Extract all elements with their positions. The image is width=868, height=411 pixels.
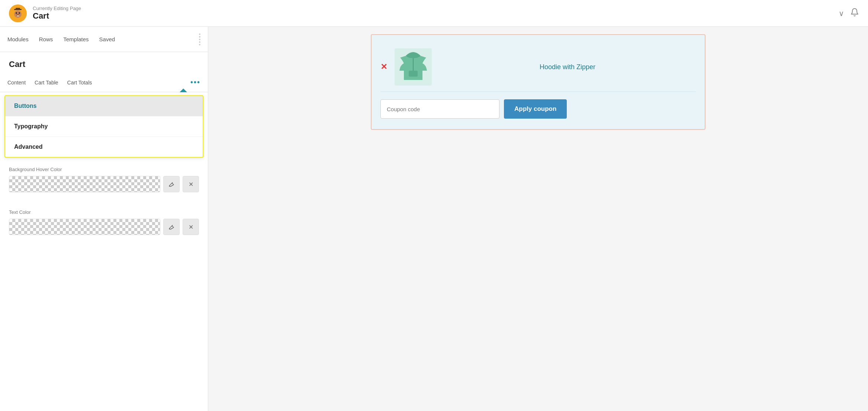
dropdown-item-buttons[interactable]: Buttons	[5, 96, 203, 116]
tab-active-indicator	[180, 89, 187, 92]
more-tabs-button[interactable]: •••	[190, 78, 200, 87]
apply-coupon-button[interactable]: Apply coupon	[504, 99, 567, 119]
page-preview: ✕	[208, 27, 868, 411]
svg-rect-7	[17, 15, 18, 16]
tab-saved[interactable]: Saved	[99, 35, 115, 44]
svg-point-9	[169, 186, 170, 187]
header: Currently Editing Page Cart ∨	[0, 0, 868, 27]
svg-point-4	[16, 12, 17, 14]
text-color-picker-row: ✕	[9, 219, 199, 235]
header-subtitle: Currently Editing Page	[33, 6, 827, 11]
svg-rect-8	[18, 15, 19, 16]
panel-drag-handle[interactable]	[199, 33, 200, 45]
text-color-label: Text Color	[9, 209, 199, 215]
svg-rect-2	[16, 8, 20, 10]
svg-rect-12	[409, 71, 418, 77]
header-title-group: Currently Editing Page Cart	[33, 6, 827, 21]
bg-hover-color-section: Background Hover Color ✕	[0, 161, 208, 203]
text-color-section: Text Color ✕	[0, 203, 208, 246]
bell-icon[interactable]	[850, 8, 859, 19]
tab-templates[interactable]: Templates	[63, 35, 89, 44]
bg-hover-color-label: Background Hover Color	[9, 167, 199, 172]
tab-content[interactable]: Content	[7, 78, 26, 87]
cart-product-image	[395, 48, 432, 86]
bg-hover-color-swatch[interactable]	[9, 176, 160, 192]
coupon-code-input[interactable]	[380, 99, 499, 119]
tab-modules[interactable]: Modules	[7, 35, 29, 44]
svg-point-10	[169, 229, 170, 229]
dropdown-item-typography[interactable]: Typography	[5, 116, 203, 137]
text-color-swatch[interactable]	[9, 219, 160, 235]
cart-item-row: ✕	[380, 42, 696, 92]
svg-point-5	[19, 12, 20, 14]
tab-cart-table[interactable]: Cart Table	[35, 78, 58, 87]
dropdown-item-advanced[interactable]: Advanced	[5, 137, 203, 157]
main-layout: Modules Rows Templates Saved Cart Conten…	[0, 27, 868, 411]
text-color-clear-button[interactable]: ✕	[183, 219, 199, 235]
app-logo	[9, 4, 27, 22]
top-tab-bar: Modules Rows Templates Saved	[0, 27, 208, 52]
cart-product-name: Hoodie with Zipper	[439, 63, 696, 71]
tab-rows[interactable]: Rows	[39, 35, 53, 44]
tab-cart-totals[interactable]: Cart Totals	[67, 78, 92, 87]
left-panel: Modules Rows Templates Saved Cart Conten…	[0, 27, 208, 411]
secondary-tab-bar: Content Cart Table Cart Totals •••	[0, 73, 208, 92]
cart-preview-container: ✕	[371, 34, 705, 130]
section-dropdown-menu: Buttons Typography Advanced	[4, 95, 203, 158]
chevron-down-icon[interactable]: ∨	[839, 9, 844, 18]
cart-remove-button[interactable]: ✕	[380, 62, 387, 72]
bg-hover-eyedropper-button[interactable]	[163, 176, 180, 192]
panel-title: Cart	[0, 52, 208, 73]
bg-hover-clear-button[interactable]: ✕	[183, 176, 199, 192]
bg-hover-color-picker-row: ✕	[9, 176, 199, 192]
text-color-eyedropper-button[interactable]	[163, 219, 180, 235]
coupon-row: Apply coupon	[380, 92, 696, 122]
header-title: Cart	[33, 11, 827, 21]
